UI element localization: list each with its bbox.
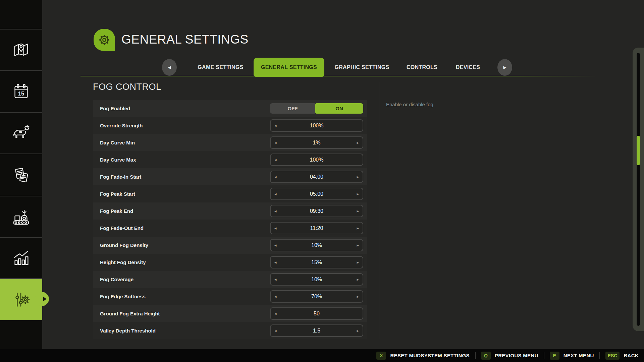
setting-label: Valley Depth Threshold [100,322,156,339]
key-badge-x: X [376,352,386,360]
footer-separator [544,352,544,359]
setting-label: Day Curve Min [100,134,135,151]
stepper: ◂ 15% ▸ [270,256,363,268]
stepper-right-arrow-icon[interactable]: ▸ [357,174,359,179]
tab-general-settings[interactable]: GENERAL SETTINGS [254,58,324,77]
setting-label: Day Curve Max [100,151,136,168]
calendar-day-label: 15 [18,90,24,97]
stepper-right-arrow-icon[interactable]: ▸ [357,328,359,333]
tabs-prev-button[interactable]: ◀ [162,59,177,76]
stepper: ◂ 05:00 ▸ [270,188,363,200]
stepper-left-arrow-icon[interactable]: ◂ [274,157,277,162]
stepper-right-arrow-icon[interactable]: ▸ [357,294,359,299]
stepper-value: 1% [271,140,363,146]
setting-row-override-strength: Override Strength ◂ 100% ▸ [93,117,367,134]
sidebar-item-map[interactable] [0,29,42,70]
setting-row-fog-coverage: Fog Coverage ◂ 10% ▸ [93,271,367,288]
setting-label: Fog Fade-Out End [100,220,144,237]
tabs-next-button[interactable]: ▶ [497,59,512,76]
sidebar-item-calendar[interactable]: 15 [0,70,42,112]
stepper: ◂ 100% ▸ [270,154,363,166]
key-badge-q: Q [481,352,491,360]
page-title-icon [94,29,115,51]
stepper-left-arrow-icon[interactable]: ◂ [274,328,277,333]
tab-graphic-settings[interactable]: GRAPHIC SETTINGS [333,61,390,74]
setting-label: Ground Fog Density [100,237,148,254]
animals-icon [11,123,32,143]
settings-icon [11,289,32,310]
tab-controls[interactable]: CONTROLS [406,61,438,74]
stepper-right-arrow-icon[interactable]: ▸ [357,140,359,145]
toggle-off-button[interactable]: OFF [270,103,315,114]
stepper-value: 1.5 [271,328,363,334]
tabbar-underline [80,76,597,76]
setting-row-height-fog-density: Height Fog Density ◂ 15% ▸ [93,254,367,271]
chevron-left-icon: ◀ [168,65,171,70]
footer-action-back[interactable]: ESC BACK [605,352,639,360]
stepper-value: 10% [271,277,363,283]
general-settings-screen: 15 [0,0,644,362]
stepper-left-arrow-icon[interactable]: ◂ [274,277,277,282]
stepper: ◂ 100% ▸ [270,119,363,132]
setting-label: Fog Peak End [100,202,133,220]
sidebar-item-statistics[interactable] [0,237,42,278]
stepper: ◂ 1.5 ▸ [270,324,363,337]
stepper-right-arrow-icon[interactable]: ▸ [357,243,359,248]
sidebar-item-contracts[interactable] [0,154,42,196]
sidebar-item-animals[interactable] [0,112,42,154]
section-title: FOG CONTROL [93,82,161,92]
key-badge-e: E [550,352,559,360]
footer-action-label: BACK [624,353,639,358]
setting-row-fog-fade-out-end: Fog Fade-Out End ◂ 11:20 ▸ [93,220,367,237]
stepper-value: 50 [271,311,363,317]
stepper-left-arrow-icon[interactable]: ◂ [274,311,277,316]
stepper: ◂ 50 ▸ [270,307,363,320]
stepper-value: 100% [271,123,363,129]
stepper-left-arrow-icon[interactable]: ◂ [274,260,277,265]
stepper-left-arrow-icon[interactable]: ◂ [274,243,277,248]
setting-row-ground-fog-extra-height: Ground Fog Extra Height ◂ 50 ▸ [93,305,367,322]
calendar-icon: 15 [11,81,32,102]
footer-separator [599,352,600,359]
stepper-left-arrow-icon[interactable]: ◂ [274,208,277,214]
stepper-left-arrow-icon[interactable]: ◂ [274,226,277,231]
stepper-right-arrow-icon[interactable]: ▸ [357,260,359,265]
page-title: GENERAL SETTINGS [121,33,249,47]
stepper-left-arrow-icon[interactable]: ◂ [274,191,277,196]
footer-action-reset-mudsystem-settings[interactable]: X RESET MUDSYSTEM SETTINGS [376,352,469,360]
setting-row-fog-fade-in-start: Fog Fade-In Start ◂ 04:00 ▸ [93,168,367,185]
scrollbar-thumb[interactable] [637,136,640,165]
stepper-left-arrow-icon[interactable]: ◂ [274,174,277,179]
statistics-icon [11,248,32,268]
stepper-right-arrow-icon[interactable]: ▸ [357,208,359,214]
stepper-value: 15% [271,259,363,265]
stepper-value: 10% [271,242,363,248]
setting-label: Fog Peak Start [100,185,135,202]
sidebar-active-bump [35,292,49,306]
settings-list: Fog Enabled OFF ON Override Strength ◂ 1… [93,100,367,339]
footer-action-label: RESET MUDSYSTEM SETTINGS [390,353,469,358]
setting-row-day-curve-min: Day Curve Min ◂ 1% ▸ [93,134,367,151]
sidebar-top-spacer [0,0,42,29]
toggle-on-button[interactable]: ON [315,103,363,114]
footer-action-next-menu[interactable]: E NEXT MENU [550,352,594,360]
setting-label: Override Strength [100,117,143,134]
tab-devices[interactable]: DEVICES [454,61,481,74]
footer-keybar: X RESET MUDSYSTEM SETTINGS Q PREVIOUS ME… [0,349,644,362]
stepper-left-arrow-icon[interactable]: ◂ [274,123,277,128]
tab-game-settings[interactable]: GAME SETTINGS [196,61,245,74]
stepper: ◂ 70% ▸ [270,290,363,303]
stepper-right-arrow-icon[interactable]: ▸ [357,277,359,282]
stepper-value: 100% [271,157,363,163]
stepper-right-arrow-icon[interactable]: ▸ [357,226,359,231]
setting-row-valley-depth-threshold: Valley Depth Threshold ◂ 1.5 ▸ [93,322,367,339]
stepper-right-arrow-icon[interactable]: ▸ [357,191,359,196]
stepper: ◂ 04:00 ▸ [270,171,363,183]
scrollbar-track[interactable] [637,53,640,326]
stepper-left-arrow-icon[interactable]: ◂ [274,294,277,299]
stepper: ◂ 10% ▸ [270,239,363,251]
footer-action-previous-menu[interactable]: Q PREVIOUS MENU [481,352,538,360]
setting-row-fog-peak-end: Fog Peak End ◂ 09:30 ▸ [93,202,367,220]
stepper-left-arrow-icon[interactable]: ◂ [274,140,277,145]
sidebar-item-production[interactable] [0,196,42,237]
